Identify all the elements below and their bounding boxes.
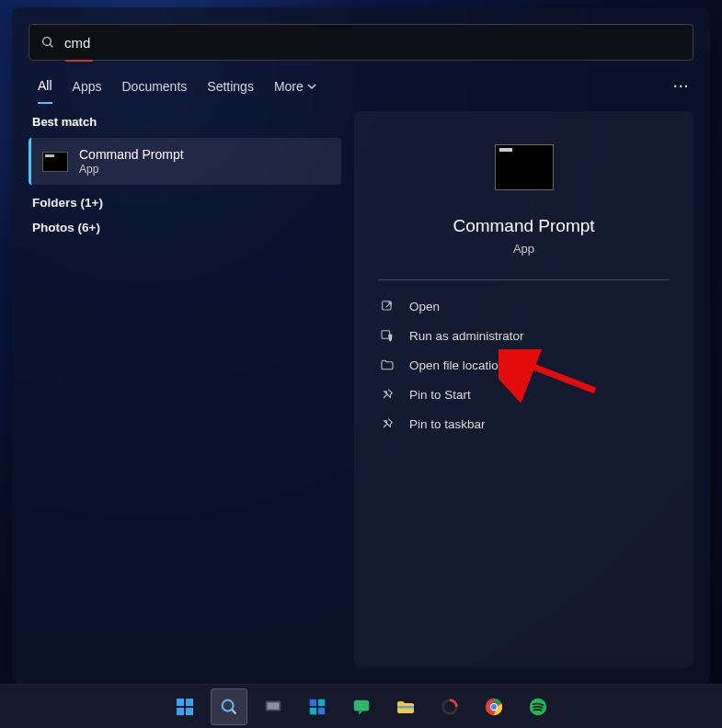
pin-icon xyxy=(380,416,395,431)
taskbar xyxy=(0,684,722,728)
search-icon xyxy=(40,35,55,50)
chat-icon xyxy=(351,697,372,717)
preview-terminal-icon xyxy=(495,144,554,190)
action-label: Open file location xyxy=(409,358,505,372)
divider xyxy=(378,279,670,280)
action-label: Run as administrator xyxy=(409,329,524,343)
svg-rect-16 xyxy=(317,707,324,713)
svg-rect-14 xyxy=(317,699,324,705)
task-view-icon xyxy=(263,697,283,717)
filter-all[interactable]: All xyxy=(38,78,52,104)
svg-rect-18 xyxy=(397,706,414,709)
filter-more[interactable]: More xyxy=(274,79,316,103)
action-label: Pin to Start xyxy=(409,388,471,402)
result-title: Command Prompt xyxy=(79,147,184,162)
svg-rect-6 xyxy=(186,699,193,706)
result-subtitle: App xyxy=(79,163,184,176)
search-box[interactable] xyxy=(29,24,693,61)
svg-rect-15 xyxy=(309,707,315,713)
svg-rect-8 xyxy=(186,708,193,715)
filter-settings[interactable]: Settings xyxy=(207,79,254,103)
action-label: Open xyxy=(409,300,440,313)
annotation-underline xyxy=(65,60,93,62)
action-pin-to-start[interactable]: Pin to Start xyxy=(378,380,670,409)
action-label: Pin to taskbar xyxy=(409,417,486,431)
chrome-icon xyxy=(484,697,504,717)
search-input[interactable] xyxy=(64,35,682,51)
svg-rect-5 xyxy=(177,699,184,706)
category-photos[interactable]: Photos (6+) xyxy=(29,217,341,242)
taskbar-file-explorer[interactable] xyxy=(387,688,424,725)
taskbar-task-view[interactable] xyxy=(255,688,292,725)
svg-rect-17 xyxy=(353,700,369,711)
results-column: Best match Command Prompt App Folders (1… xyxy=(29,111,341,684)
terminal-icon xyxy=(42,152,68,172)
svg-line-1 xyxy=(50,44,52,47)
action-run-as-administrator[interactable]: Run as administrator xyxy=(378,321,670,350)
preview-subtitle: App xyxy=(378,242,670,256)
filter-apps[interactable]: Apps xyxy=(73,79,102,103)
category-folders[interactable]: Folders (1+) xyxy=(29,185,341,217)
preview-title: Command Prompt xyxy=(378,216,670,236)
widgets-icon xyxy=(307,697,327,717)
best-match-label: Best match xyxy=(29,111,341,138)
pin-icon xyxy=(380,387,395,402)
folder-icon xyxy=(395,696,417,718)
svg-point-0 xyxy=(43,38,52,46)
action-pin-to-taskbar[interactable]: Pin to taskbar xyxy=(378,409,670,438)
taskbar-chrome[interactable] xyxy=(476,688,512,725)
svg-point-22 xyxy=(490,703,496,709)
taskbar-widgets[interactable] xyxy=(299,688,336,725)
spinner-icon xyxy=(440,697,460,717)
taskbar-search-button[interactable] xyxy=(211,688,247,725)
overflow-menu-button[interactable]: ··· xyxy=(673,79,690,103)
svg-line-10 xyxy=(231,709,235,712)
open-icon xyxy=(380,299,395,313)
folder-icon xyxy=(380,358,395,372)
preview-pane: Command Prompt App Open Run as administr… xyxy=(354,111,693,667)
result-command-prompt[interactable]: Command Prompt App xyxy=(29,138,341,185)
svg-point-9 xyxy=(222,700,233,711)
filter-documents[interactable]: Documents xyxy=(121,79,187,103)
filter-more-label: More xyxy=(274,79,304,94)
windows-logo-icon xyxy=(174,696,196,718)
admin-shield-icon xyxy=(380,328,395,343)
action-open-file-location[interactable]: Open file location xyxy=(378,350,670,380)
svg-rect-13 xyxy=(309,699,315,705)
taskbar-start-button[interactable] xyxy=(166,688,203,725)
search-icon xyxy=(219,697,239,717)
chevron-down-icon xyxy=(307,82,316,91)
start-search-panel: All Apps Documents Settings More ··· Bes… xyxy=(12,7,710,684)
svg-rect-12 xyxy=(267,702,279,709)
taskbar-app-loading[interactable] xyxy=(431,688,468,725)
action-open[interactable]: Open xyxy=(378,291,670,321)
spotify-icon xyxy=(528,697,548,717)
filter-tabs: All Apps Documents Settings More ··· xyxy=(29,78,693,104)
taskbar-spotify[interactable] xyxy=(520,688,556,725)
taskbar-chat[interactable] xyxy=(343,688,380,725)
svg-rect-7 xyxy=(177,708,184,715)
